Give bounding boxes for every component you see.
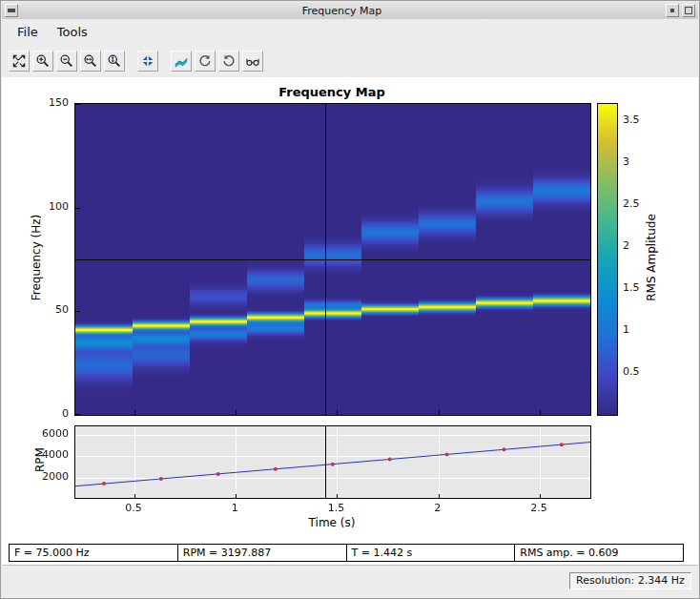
colorbar-tick-label: 1.5 xyxy=(623,281,640,295)
colorbar-tick-label: 3 xyxy=(623,155,629,169)
menu-file[interactable]: File xyxy=(8,22,48,42)
figure-area: Frequency Map Frequency (Hz) RMS Amplitu… xyxy=(2,77,698,566)
menu-tools[interactable]: Tools xyxy=(48,22,97,42)
readout-row: F = 75.000 Hz RPM = 3197.887 T = 1.442 s… xyxy=(9,544,684,562)
frequency-map-plot[interactable] xyxy=(74,103,591,416)
colorbar-tick-label: 3.5 xyxy=(623,114,640,127)
colormap-button[interactable] xyxy=(171,51,192,72)
time-tick-label: 0.5 xyxy=(114,502,153,515)
zoom-out-button[interactable] xyxy=(56,51,77,72)
freq-tick-label: 100 xyxy=(31,200,69,214)
freq-tick-label: 0 xyxy=(31,407,69,421)
zoom-x-icon xyxy=(83,53,98,69)
window-menu-icon xyxy=(8,9,15,12)
zoom-y-icon xyxy=(107,53,122,69)
zoom-in-icon xyxy=(35,53,51,69)
rpm-tick-label: 2000 xyxy=(31,470,69,484)
window-title: Frequency Map xyxy=(21,5,663,17)
zoom-y-button[interactable] xyxy=(104,51,125,72)
rotate-ccw-button[interactable] xyxy=(195,51,216,72)
rms-readout: RMS amp. = 0.609 xyxy=(514,544,684,562)
minimize-icon xyxy=(670,9,674,12)
rotate-ccw-icon xyxy=(197,53,213,69)
spectacles-icon xyxy=(245,53,260,69)
time-tick-label: 2 xyxy=(419,502,457,515)
rotate-cw-icon xyxy=(221,53,237,69)
time-tick-label: 1.5 xyxy=(317,502,355,515)
colorbar-label: RMS Amplitude xyxy=(645,102,658,413)
freq-axis-label: Frequency (Hz) xyxy=(30,102,43,413)
time-axis-label: Time (s) xyxy=(74,516,589,529)
expand-button[interactable] xyxy=(9,51,30,72)
minimize-button[interactable] xyxy=(666,4,679,17)
freq-tick-label: 150 xyxy=(31,96,69,110)
rpm-tick-label: 6000 xyxy=(31,427,69,441)
colorbar-tick-label: 1 xyxy=(623,323,629,337)
colorbar xyxy=(597,103,618,416)
rpm-tick-label: 4000 xyxy=(31,448,69,462)
maximize-icon xyxy=(685,7,692,14)
plot-title: Frequency Map xyxy=(74,85,589,99)
expand-icon xyxy=(11,53,27,69)
restore-view-icon xyxy=(140,53,155,69)
toolbar xyxy=(2,44,698,78)
window-menu-button[interactable] xyxy=(5,4,18,17)
colormap-icon xyxy=(174,53,189,69)
menubar: File Tools xyxy=(2,19,698,45)
freq-tick-label: 50 xyxy=(31,303,69,317)
spectacles-button[interactable] xyxy=(242,51,263,72)
zoom-out-icon xyxy=(59,53,74,69)
time-readout: T = 1.442 s xyxy=(346,544,516,562)
zoom-in-button[interactable] xyxy=(32,51,53,72)
rpm-plot[interactable] xyxy=(74,425,591,499)
resolution-readout: Resolution: 2.344 Hz xyxy=(569,572,691,589)
colorbar-tick-label: 2 xyxy=(623,239,629,253)
time-tick-label: 1 xyxy=(216,502,254,515)
time-tick-label: 2.5 xyxy=(520,502,558,515)
titlebar[interactable]: Frequency Map xyxy=(2,2,698,20)
rotate-cw-button[interactable] xyxy=(218,51,239,72)
colorbar-tick-label: 2.5 xyxy=(623,197,640,211)
zoom-x-button[interactable] xyxy=(80,51,101,72)
rpm-readout: RPM = 3197.887 xyxy=(177,544,347,562)
restore-view-button[interactable] xyxy=(137,51,158,72)
colorbar-tick-label: 0.5 xyxy=(623,365,640,379)
window-statusbar: Resolution: 2.344 Hz xyxy=(2,565,698,597)
maximize-button[interactable] xyxy=(682,4,695,17)
freq-readout: F = 75.000 Hz xyxy=(9,544,178,562)
frequency-map-window: Frequency Map File Tools xyxy=(0,0,700,599)
